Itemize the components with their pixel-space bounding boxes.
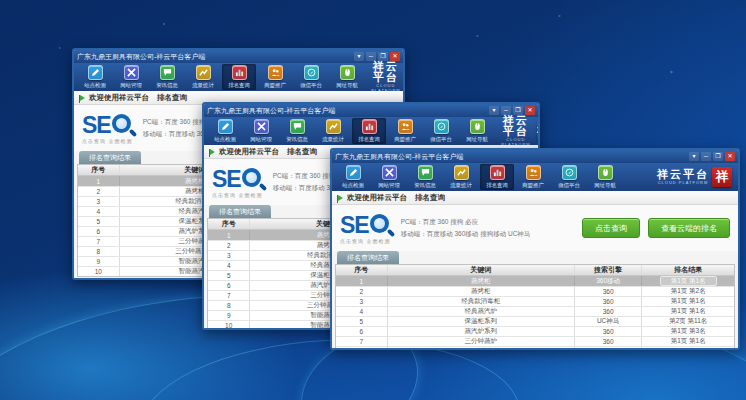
toolbar-item-label: 流量统计 [450,181,472,189]
toolbar-item-rank-query[interactable]: 排名查询 [480,164,514,190]
pencil-icon [218,119,233,134]
cell-keyword: 经典蒸汽炉 [388,307,575,316]
toolbar-item-alliance-promo[interactable]: 商盟推广 [258,64,292,90]
brand-text: 祥云平台 CLOUD PLATFORM [498,115,534,147]
toolbar-item-site-manage[interactable]: 网站管理 [244,118,278,144]
cell-keyword: 蒸汽炉系列 [388,327,575,336]
brand-name: 祥云平台 [368,61,404,83]
cell-no-text: 9 [227,312,231,319]
titlebar[interactable]: 广东九鼎王厨具有限公司-祥云平台客户端 ▾ ─ ❐ ✕ [332,150,738,163]
cell-no: 8 [208,301,250,310]
brand-text: 祥云平台 CLOUD PLATFORM [657,169,709,185]
cell-result-text: 第1页 第1名 [671,307,706,316]
table-row[interactable]: 6蒸汽炉系列360第1页 第3名 [336,327,734,337]
seo-logo-text: SE [212,167,241,191]
toolbar-item-traffic-stats[interactable]: 流量统计 [316,118,350,144]
toolbar-item-news-info[interactable]: 资讯信息 [150,64,184,90]
toolbar-item-label: 排名查询 [358,135,380,143]
table-row[interactable]: 1蒸烤柜360移动第1页 第1名 [336,276,734,287]
cell-engine: 360 [575,287,643,296]
cell-no-text: 3 [97,198,101,205]
cell-no: 1 [208,230,250,240]
close-icon[interactable]: ✕ [725,152,735,161]
tab-rank-results[interactable]: 排名查询结果 [209,205,271,218]
toolbar-item-traffic-stats[interactable]: 流量统计 [444,164,478,190]
users-icon [398,119,413,134]
cell-keyword-text: 蒸烤柜 [471,287,491,296]
bar-chart-icon [362,119,377,134]
skin-icon[interactable]: ▾ [689,152,699,161]
cell-result: 第1页 第1名 [642,276,734,286]
toolbar-item-traffic-stats[interactable]: 流量统计 [186,64,220,90]
table-row[interactable]: 3经典款消毒柜360第1页 第1名 [336,297,734,307]
toolbar-item-site-nav[interactable]: 网址导航 [460,118,494,144]
seo-logo: SE 点击查询 全面检测 [340,213,391,244]
cell-no-text: 2 [360,288,364,295]
main-toolbar: 站点检测网站管理资讯信息流量统计排名查询商盟推广微信平台网址导航 祥云平台 CL… [332,163,738,191]
line-chart-icon [196,65,211,80]
toolbar-item-rank-query[interactable]: 排名查询 [222,64,256,90]
cell-keyword: 蒸烤柜 [388,287,575,296]
cell-no-text: 5 [227,272,231,279]
toolbar-item-label: 微信平台 [430,135,452,143]
toolbar-item-label: 排名查询 [486,181,508,189]
cell-no: 6 [336,327,388,336]
compass-icon [434,119,449,134]
skin-icon[interactable]: ▾ [489,106,499,115]
breadcrumb-section: 排名查询 [157,93,187,103]
tab-rank-results[interactable]: 排名查询结果 [79,151,141,164]
toolbar-item-label: 网站管理 [250,135,272,143]
toolbar-item-label: 资讯信息 [414,181,436,189]
cell-no: 7 [78,237,120,246]
maximize-icon[interactable]: ❐ [713,152,723,161]
toolbar-item-site-nav[interactable]: 网址导航 [330,64,364,90]
cell-no-text: 4 [360,308,364,315]
toolbar-item-wechat-platform[interactable]: 微信平台 [424,118,458,144]
titlebar[interactable]: 广东九鼎王厨具有限公司-祥云平台客户端 ▾ ─ ❐ ✕ [74,50,403,63]
cell-keyword-text: 三分钟蒸汽炉 [461,347,500,350]
table-row[interactable]: 8三分钟蒸汽炉360第1页 第2名 [336,347,734,350]
view-cloud-rank-button[interactable]: 查看云端的排名 [648,218,730,238]
tab-rank-results[interactable]: 排名查询结果 [337,251,399,264]
flag-icon [80,95,85,101]
toolbar-item-site-check[interactable]: 站点检测 [336,164,370,190]
cell-no-text: 4 [227,262,231,269]
skin-icon[interactable]: ▾ [354,52,364,61]
seo-query-panel: SE 点击查询 全面检测 PC端：百度 360 搜狗 必应 移动端：百度移动 3… [332,205,738,251]
toolbar-item-alliance-promo[interactable]: 商盟推广 [516,164,550,190]
breadcrumb-section: 排名查询 [287,147,317,157]
table-row[interactable]: 7三分钟蒸炉360第1页 第1名 [336,337,734,347]
cell-no: 3 [78,197,120,206]
pc-engines-line: PC端：百度 360 搜狗 必应 [401,218,531,227]
toolbar-item-label: 站点检测 [84,81,106,89]
query-button[interactable]: 点击查询 [582,218,640,238]
toolbar-item-site-manage[interactable]: 网站管理 [372,164,406,190]
result-section: 排名查询结果 序号 关键词 搜索引擎 排名结果 1蒸烤柜360移动第1页 第1名… [332,251,738,350]
toolbar-item-news-info[interactable]: 资讯信息 [280,118,314,144]
toolbar-item-rank-query[interactable]: 排名查询 [352,118,386,144]
table-row[interactable]: 5保温柜系列UC神马第2页 第11名 [336,317,734,327]
cell-no: 2 [336,287,388,296]
minimize-icon[interactable]: ─ [701,152,711,161]
seo-logo: SE 点击查询 全面检测 [82,113,133,144]
header-engine: 搜索引擎 [575,265,643,275]
cell-result-text: 第1页 第2名 [671,347,706,350]
table-row[interactable]: 2蒸烤柜360第1页 第2名 [336,287,734,297]
titlebar[interactable]: 广东九鼎王厨具有限公司-祥云平台客户端 ▾ ─ ❐ ✕ [204,104,538,117]
toolbar-item-site-nav[interactable]: 网址导航 [588,164,622,190]
toolbar-item-wechat-platform[interactable]: 微信平台 [552,164,586,190]
toolbar-item-news-info[interactable]: 资讯信息 [408,164,442,190]
cell-no-text: 10 [95,268,102,275]
toolbar-item-site-check[interactable]: 站点检测 [78,64,112,90]
table-row[interactable]: 4经典蒸汽炉360第1页 第1名 [336,307,734,317]
seo-logo-text: SE [82,113,111,137]
cell-no-text: 7 [227,292,231,299]
toolbar-item-site-check[interactable]: 站点检测 [208,118,242,144]
chat-icon [418,165,433,180]
brand-seal-icon: 祥 [712,167,732,187]
cell-engine-text: 360移动 [596,277,620,286]
toolbar-item-site-manage[interactable]: 网站管理 [114,64,148,90]
toolbar-item-wechat-platform[interactable]: 微信平台 [294,64,328,90]
toolbar-item-alliance-promo[interactable]: 商盟推广 [388,118,422,144]
cell-no-text: 7 [360,338,364,345]
